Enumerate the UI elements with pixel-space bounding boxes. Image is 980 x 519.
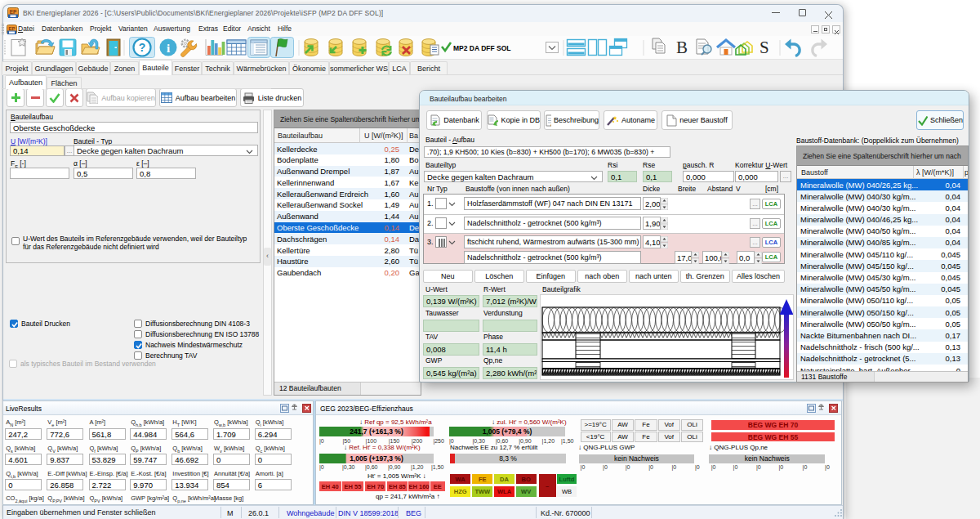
svg-text:EP: EP xyxy=(10,9,17,15)
svg-text:?: ? xyxy=(139,41,146,54)
svg-text:i: i xyxy=(167,42,170,55)
svg-text:B: B xyxy=(676,38,688,57)
svg-text:EP: EP xyxy=(8,26,15,31)
svg-text:S: S xyxy=(760,38,769,57)
svg-text:MP2 DA DFF SOL: MP2 DA DFF SOL xyxy=(453,44,511,52)
